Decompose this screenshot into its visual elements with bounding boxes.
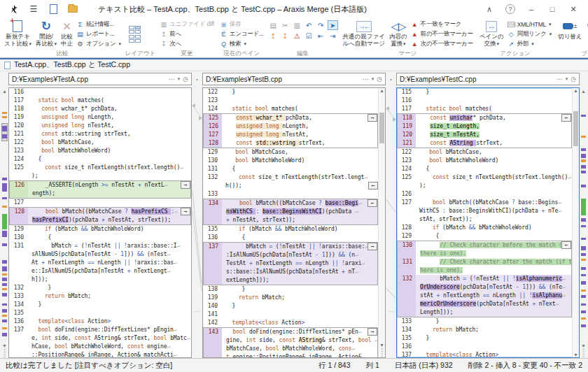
code-line-140[interactable]: 140 } (203, 302, 378, 310)
merge-arrow-button[interactable]: ← (561, 114, 571, 122)
code-row[interactable]: bMatchCase, bool bMatchWholeWord, cons↵ (204, 345, 377, 353)
scroll-up-icon[interactable]: ▲ (1, 89, 8, 94)
code-row[interactable]: 134 bool bMatch((bMatchCase ? base::Begi… (204, 199, 377, 208)
ribbon-collapse-button[interactable]: ∧ (479, 1, 500, 17)
scrollbar-track[interactable] (379, 93, 385, 343)
code-row[interactable]: 136 template<class Action> (9, 317, 191, 326)
accept-icon[interactable]: ☑ (304, 31, 314, 41)
last-change-icon[interactable]: ⌶ (379, 352, 385, 357)
code-line-125[interactable]: 125 const size_t nTextLength(strText.len… (9, 164, 191, 180)
code-row[interactable]: 127 unsigned long nTestAt, (204, 131, 377, 139)
code-row[interactable]: 125 const size_t nTextLength(strText.len… (397, 173, 572, 182)
code-row[interactable]: 130 { (9, 234, 191, 242)
code-row[interactable]: hasPrefixCI)(pchData + nTestAt, strText)… (10, 216, 190, 224)
scroll-up-icon[interactable]: ▲ (580, 89, 587, 94)
merge-arrow-button[interactable]: ← (561, 241, 571, 249)
find-button[interactable]: Q検索▾ (218, 39, 265, 49)
code-row[interactable]: 124 { (9, 155, 191, 164)
code-row[interactable]: 135 (9, 309, 191, 317)
code-line-121[interactable]: 121 const AString strText, (397, 139, 572, 148)
code-row[interactable]: :IsAlNumUS(pchData[nTestAt - 1])) && (n↵ (204, 251, 377, 259)
scroll-down-icon[interactable]: ▼ (573, 352, 579, 357)
code-row[interactable]: 123 bool bMatchWholeWord) (397, 157, 572, 165)
code-row[interactable]: 128 const std::wstring strText, (204, 139, 377, 148)
code-line-132[interactable]: 132 const size_t nTextLength(strText.len… (203, 173, 378, 190)
code-row[interactable]: 131 { (203, 165, 378, 173)
first-change-icon[interactable]: ⌶ (1, 348, 8, 353)
mark-mismatch-button[interactable]: ▲不一致をマーク (410, 20, 475, 29)
code-line-143[interactable]: 143 bool doFind(engine::DiffTextLines* p… (203, 327, 378, 357)
path-dropdown-icon[interactable]: ▾ (178, 76, 181, 82)
insert-before-icon[interactable]: ↥ (268, 31, 279, 41)
save-button[interactable]: ▣保存 (218, 20, 265, 29)
code-line-133[interactable]: 133 } (397, 317, 572, 326)
previous-bookmark-button[interactable]: ⬩前へ (584, 29, 588, 39)
swap-panes-button[interactable]: ↔ ペインの 交換▾ (477, 19, 506, 48)
code-row[interactable]: 120 size_t nTestAt, (398, 131, 571, 139)
code-row[interactable]: e, int side, const AString& strText, boo… (9, 334, 191, 343)
code-row[interactable]: s::base::IsAlNumUS(pchData[nTestAt + nT↵ (204, 268, 377, 276)
maximize-button[interactable]: □ (542, 1, 563, 17)
open-folder-icon[interactable] (67, 3, 78, 15)
next-mismatch-button[interactable]: ▲次の不一致マーカー (410, 39, 475, 49)
code-row[interactable]: 126 (397, 190, 572, 199)
scrollbar-b[interactable]: ▲ ▼ ⌶ ⌶ (378, 88, 385, 357)
code-row[interactable]: 119 unsigned long nLength, (9, 113, 191, 122)
comparison-tab[interactable]: TestA.cpp、TestB.cpp と TestC.cpp (14, 60, 130, 70)
code-line-132[interactable]: 132 bMatch = (!nTestAt || !isAlphanumeri… (397, 275, 572, 317)
scroll-up-icon[interactable]: ▲ (379, 88, 385, 93)
code-line-120[interactable]: 120 size_t nTestAt, (397, 131, 572, 139)
history-clock-icon[interactable]: ◷ (377, 76, 382, 83)
help-button[interactable]: ? (505, 4, 515, 14)
abort-comparison-button[interactable]: ✕ 比較 中止 (59, 19, 75, 48)
code-row[interactable]: 126 unsigned long nLength, (204, 122, 377, 131)
code-row[interactable]: ); (9, 172, 191, 180)
overview-strip-left[interactable]: ▲ ▼ ⌶ ⌶ (1, 89, 8, 358)
code-row[interactable]: 133 } (397, 317, 572, 326)
toggle-bookmark-button[interactable]: ± 切り替え (556, 19, 584, 41)
change-overview-marks[interactable] (1, 94, 8, 343)
code-row[interactable]: 127 (9, 199, 191, 207)
code-row[interactable]: Length])); (398, 308, 571, 317)
scrollbar-c[interactable]: ▲ ▼ (572, 88, 579, 357)
code-row[interactable]: 125 const size_t nTextLength(strText.len… (9, 164, 191, 172)
code-line-131[interactable]: 131 // Check character after the match (… (397, 258, 572, 275)
code-line-134[interactable]: 134 } (9, 301, 191, 309)
code-line-130[interactable]: 130 bool bMatchWholeWord) (203, 157, 378, 165)
code-line-137[interactable]: 137 bMatch = (!nTestAt || !araxis::base:… (203, 242, 378, 285)
code-row[interactable]: there is one). (398, 250, 571, 258)
scroll-up-icon[interactable]: ▲ (573, 88, 579, 93)
code-row[interactable]: 116 (397, 96, 572, 105)
code-line-126[interactable]: 126 (397, 190, 572, 199)
code-row[interactable]: 122 bool bMatchCase, (9, 138, 191, 147)
code-row[interactable]: ::PositionRange& inRange, Action& matchA… (9, 351, 191, 357)
scrollbar-track[interactable] (573, 93, 579, 352)
change-overview-marks[interactable] (580, 94, 587, 343)
previous-change-button[interactable]: ↥前へ (158, 29, 216, 39)
file-path-field-b[interactable]: D:¥Examples¥TestB.cpp ⋯ ▾ ◷ (202, 73, 386, 85)
code-row[interactable]: 132 bMatch = (!nTestAt || !isAlphanumeri… (398, 275, 571, 283)
insert-after-icon[interactable]: ↧ (280, 31, 290, 41)
overview-strip-right[interactable]: ▲ ▼ ⌶ ⌶ (580, 89, 587, 358)
code-row[interactable]: sAlNumUS(pchData[nTestAt - 1])) && (nTes… (9, 250, 191, 259)
code-line-125[interactable]: 125 const size_t nTextLength(strText.len… (397, 173, 572, 190)
code-row[interactable]: 137 bool doFind(engine::DiffTextLines* p… (9, 326, 191, 334)
code-line-139[interactable]: 139 return bMatch; (203, 294, 378, 302)
code-line-128[interactable]: 128 const std::wstring strText, (203, 139, 378, 148)
code-row[interactable]: 122 bool bMatchCase, (397, 148, 572, 157)
next-bookmark-button[interactable]: ⬩次へ (584, 39, 588, 49)
scrollbar-thumb[interactable] (379, 113, 384, 143)
code-row[interactable]: 123 bool bMatchWholeWord) (9, 147, 191, 155)
code-row[interactable]: 124 static bool matches( (203, 105, 378, 113)
code-row[interactable]: 116 (9, 88, 191, 96)
code-line-119[interactable]: 119 unsigned long nLength, (9, 113, 191, 122)
remove-warning-icon[interactable]: ⚠ (292, 31, 302, 41)
code-line-127[interactable]: 127 (9, 199, 191, 207)
code-row[interactable]: mericOrUnderscore(pchData[nTestAt + nTex… (398, 300, 571, 308)
auto-merge-button[interactable]: →← 共通の親ファイ ルへ自動マージ (341, 19, 387, 48)
code-line-118[interactable]: 118 const unichar* pchData,← (397, 113, 572, 122)
code-line-132[interactable]: 132 } (9, 284, 191, 292)
shift-right-icon[interactable]: ⇥ (328, 31, 338, 41)
code-row[interactable]: hCase, bool bMatchWholeWord, const engin… (9, 343, 191, 351)
code-row[interactable]: 132 const size_t nTextLength(strText.len… (203, 173, 378, 182)
